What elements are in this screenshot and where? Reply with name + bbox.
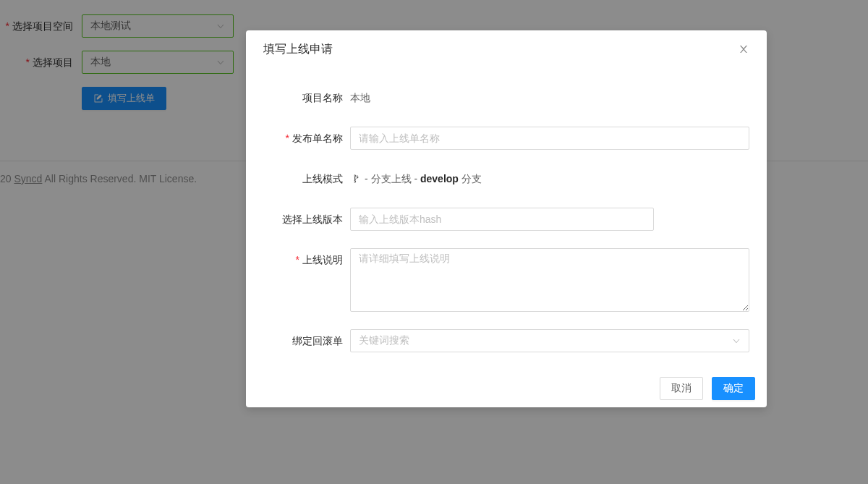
version-label: 选择上线版本 — [263, 208, 350, 231]
chevron-down-icon — [732, 335, 741, 347]
deploy-apply-modal: 填写上线申请 项目名称 本地 发布单名称 上线模式 - 分支上线 - devel… — [246, 30, 767, 407]
desc-label: 上线说明 — [263, 248, 350, 312]
branch-icon — [350, 167, 360, 190]
rollback-select[interactable]: 关键词搜索 — [350, 329, 749, 352]
version-input[interactable] — [350, 208, 654, 231]
rollback-label: 绑定回滚单 — [263, 329, 350, 352]
cancel-button[interactable]: 取消 — [660, 377, 703, 400]
mode-branch: develop — [420, 173, 459, 184]
project-name-label: 项目名称 — [263, 86, 350, 109]
close-icon[interactable] — [738, 43, 749, 56]
ok-button[interactable]: 确定 — [712, 377, 755, 400]
mode-label: 上线模式 — [263, 167, 350, 190]
release-name-input[interactable] — [350, 127, 749, 150]
mode-suffix: 分支 — [459, 173, 482, 184]
release-name-label: 发布单名称 — [263, 127, 350, 150]
modal-title: 填写上线申请 — [263, 42, 333, 57]
mode-value: - 分支上线 - develop 分支 — [350, 167, 749, 190]
mode-prefix: - 分支上线 - — [365, 173, 420, 184]
desc-textarea[interactable] — [350, 248, 749, 312]
project-name-value: 本地 — [350, 86, 749, 109]
rollback-placeholder: 关键词搜索 — [359, 334, 409, 347]
